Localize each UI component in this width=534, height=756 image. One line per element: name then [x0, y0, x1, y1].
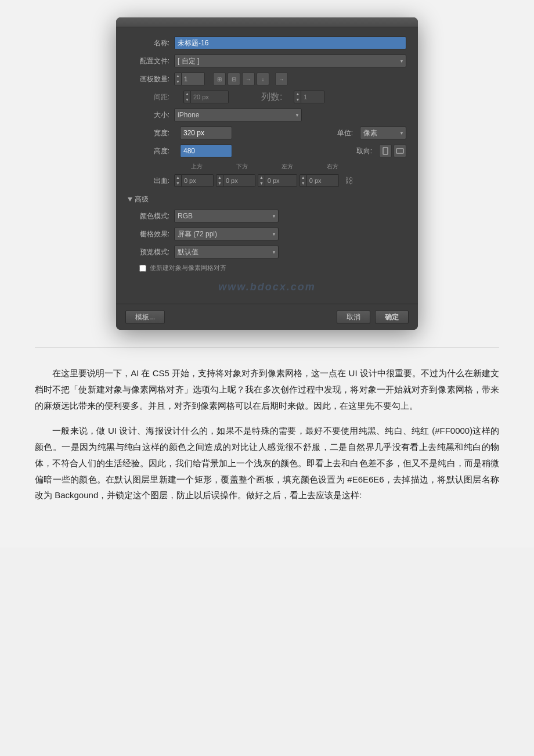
dialog-area: 名称: 配置文件: [ 自定 ] 画板数量:	[0, 17, 534, 330]
color-mode-row: 颜色模式: RGB	[128, 210, 406, 222]
unit-select[interactable]: 像素	[360, 127, 406, 139]
config-select[interactable]: [ 自定 ]	[174, 55, 406, 67]
cancel-button[interactable]: 取消	[337, 310, 370, 324]
spacing-cols-row: 间距: ▲ ▼ 列数: ▲ ▼	[128, 91, 406, 103]
artboard-arrows[interactable]: ▲ ▼	[174, 73, 182, 85]
grid-icon[interactable]: ⊞	[213, 73, 226, 85]
spacing-label: 间距:	[128, 92, 169, 102]
size-select[interactable]: iPhone	[174, 109, 302, 121]
raster-wrapper: 屏幕 (72 ppi)	[174, 228, 279, 240]
bleed-right-arrows[interactable]: ▲ ▼	[300, 174, 307, 187]
name-label: 名称:	[128, 38, 169, 48]
artboard-label: 画板数量:	[128, 74, 169, 84]
size-select-wrapper: iPhone	[174, 109, 302, 121]
bleed-right-input[interactable]	[307, 174, 339, 187]
bleed-top-up[interactable]: ▲	[176, 175, 180, 181]
orient-label: 取向:	[352, 146, 372, 156]
width-label: 宽度:	[128, 128, 169, 138]
watermark: www.bdocx.com	[128, 278, 406, 297]
artboard-down[interactable]: ▼	[176, 79, 180, 85]
right-icon[interactable]: →	[242, 73, 255, 85]
height-row: 高度: 取向:	[128, 145, 406, 157]
bleed-left-down[interactable]: ▼	[259, 181, 264, 186]
align-row: 使新建对象与像素网格对齐	[128, 264, 406, 272]
advanced-label: 高级	[135, 195, 149, 204]
preview-select[interactable]: 默认值	[174, 246, 279, 258]
preview-row: 预览模式: 默认值	[128, 246, 406, 258]
width-input[interactable]	[180, 127, 232, 139]
right-header: 右方	[310, 163, 355, 171]
link-icon[interactable]: ⛓	[344, 172, 354, 189]
name-input[interactable]	[174, 37, 406, 49]
bleed-headers: 上方 下方 左方 右方	[128, 163, 406, 171]
bleed-right-down[interactable]: ▼	[301, 181, 305, 186]
text-content: 在这里要说明一下，AI 在 CS5 开始，支持将对象对齐到像素网格，这一点在 U…	[0, 359, 534, 524]
height-label: 高度:	[128, 146, 169, 156]
height-input[interactable]	[180, 145, 232, 157]
bleed-bottom-arrows[interactable]: ▲ ▼	[216, 174, 223, 187]
spacing-input[interactable]	[191, 91, 229, 103]
bleed-right-stepper: ▲ ▼	[300, 174, 339, 187]
orient-icons	[379, 145, 406, 157]
align-checkbox[interactable]	[139, 265, 146, 272]
landscape-icon[interactable]	[394, 145, 406, 157]
spacing-up[interactable]: ▲	[185, 91, 189, 97]
spacing-down[interactable]: ▼	[185, 97, 189, 103]
config-select-wrapper: [ 自定 ]	[174, 55, 406, 67]
arrow-right-icon[interactable]: →	[275, 73, 288, 85]
dialog-body: 名称: 配置文件: [ 自定 ] 画板数量:	[116, 27, 418, 304]
color-mode-select[interactable]: RGB	[174, 210, 279, 222]
bleed-top-arrows[interactable]: ▲ ▼	[174, 174, 182, 187]
bleed-left-input[interactable]	[265, 174, 297, 187]
bleed-label: 出血:	[128, 176, 169, 186]
bottom-header: 下方	[219, 163, 265, 171]
advanced-section: 颜色模式: RGB 栅格效果: 屏幕 (72 ppi)	[128, 210, 406, 272]
artboard-stepper: ▲ ▼	[174, 73, 205, 85]
artboard-input[interactable]	[182, 73, 205, 85]
artboard-controls: ▲ ▼ ⊞ ⊟ → ↓ →	[174, 73, 288, 85]
config-label: 配置文件:	[128, 56, 169, 66]
bleed-left-up[interactable]: ▲	[259, 175, 264, 181]
dialog-footer: 模板... 取消 确定	[116, 304, 418, 330]
unit-label: 单位:	[335, 128, 353, 138]
bleed-section: 上方 下方 左方 右方 出血: ▲ ▼	[128, 163, 406, 189]
page-wrapper: 名称: 配置文件: [ 自定 ] 画板数量:	[0, 0, 534, 548]
size-label: 大小:	[128, 110, 169, 120]
top-header: 上方	[174, 163, 219, 171]
dialog-window: 名称: 配置文件: [ 自定 ] 画板数量:	[116, 17, 418, 330]
template-button[interactable]: 模板...	[125, 310, 165, 324]
bleed-top-input[interactable]	[182, 174, 214, 187]
cols-arrows[interactable]: ▲ ▼	[294, 91, 301, 103]
bleed-left-arrows[interactable]: ▲ ▼	[258, 174, 265, 187]
advanced-toggle[interactable]: 高级	[128, 195, 406, 204]
bleed-inputs-row: 出血: ▲ ▼ ▲ ▼	[128, 172, 406, 189]
portrait-icon[interactable]	[379, 145, 392, 157]
color-mode-label: 颜色模式:	[128, 211, 169, 221]
dialog-titlebar	[116, 17, 418, 27]
ok-button[interactable]: 确定	[375, 310, 409, 324]
bleed-top-down[interactable]: ▼	[176, 181, 180, 186]
cols-up[interactable]: ▲	[295, 91, 300, 97]
spacing-arrows[interactable]: ▲ ▼	[183, 91, 191, 103]
cols-input[interactable]	[301, 91, 324, 103]
artboard-up[interactable]: ▲	[176, 73, 180, 79]
cols-stepper: ▲ ▼	[294, 91, 324, 103]
bleed-bottom-down[interactable]: ▼	[218, 181, 222, 186]
down-icon[interactable]: ↓	[257, 73, 269, 85]
cols-down[interactable]: ▼	[295, 97, 300, 103]
bleed-top-stepper: ▲ ▼	[174, 174, 214, 187]
svg-rect-0	[383, 147, 388, 154]
width-row: 宽度: 单位: 像素	[128, 127, 406, 139]
raster-label: 栅格效果:	[128, 229, 169, 239]
raster-select[interactable]: 屏幕 (72 ppi)	[174, 228, 279, 240]
preview-wrapper: 默认值	[174, 246, 279, 258]
config-row: 配置文件: [ 自定 ]	[128, 55, 406, 67]
orient-section: 取向:	[352, 145, 406, 157]
preview-label: 预览模式:	[128, 247, 169, 257]
bleed-right-up[interactable]: ▲	[301, 175, 305, 181]
bleed-bottom-up[interactable]: ▲	[218, 175, 222, 181]
left-header: 左方	[265, 163, 310, 171]
bleed-bottom-input[interactable]	[223, 174, 255, 187]
color-mode-wrapper: RGB	[174, 210, 279, 222]
arrange-icon[interactable]: ⊟	[228, 73, 240, 85]
